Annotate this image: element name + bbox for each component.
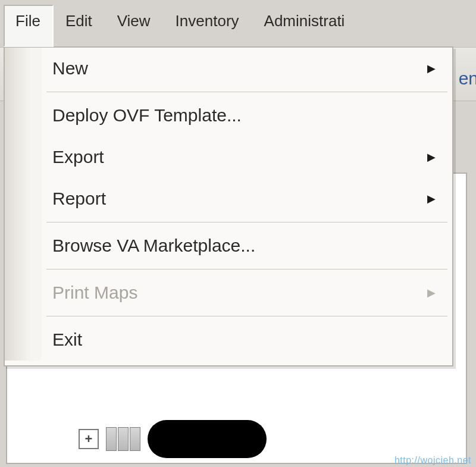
menu-separator bbox=[46, 222, 447, 222]
tree-toolbar: + bbox=[79, 420, 267, 458]
menu-item-label: Report bbox=[52, 189, 106, 209]
submenu-arrow-icon: ▶ bbox=[427, 192, 436, 205]
menu-item-label: Deploy OVF Template... bbox=[52, 105, 242, 126]
submenu-arrow-icon: ▶ bbox=[427, 62, 436, 75]
menu-item-label: Browse VA Marketplace... bbox=[52, 236, 255, 256]
submenu-arrow-icon: ▶ bbox=[427, 151, 436, 164]
dropdown-icon-gutter bbox=[5, 48, 42, 361]
submenu-arrow-icon: ▶ bbox=[427, 286, 436, 299]
menu-item-label: Export bbox=[52, 147, 104, 167]
menubar: File Edit View Inventory Administrati bbox=[0, 0, 476, 48]
menubar-item-file[interactable]: File bbox=[4, 5, 54, 47]
redacted-label bbox=[148, 420, 267, 458]
menu-item-browse-marketplace[interactable]: Browse VA Marketplace... bbox=[42, 225, 452, 267]
menu-separator bbox=[46, 316, 447, 316]
menubar-item-inventory[interactable]: Inventory bbox=[164, 5, 252, 47]
menu-item-export[interactable]: Export ▶ bbox=[42, 136, 452, 178]
menu-item-label: Exit bbox=[52, 330, 82, 350]
menu-item-exit[interactable]: Exit bbox=[42, 319, 452, 361]
menubar-item-administration[interactable]: Administrati bbox=[252, 5, 358, 47]
menu-item-new[interactable]: New ▶ bbox=[42, 48, 452, 89]
menu-separator bbox=[46, 269, 447, 269]
watermark-text: http://wojcieh.net bbox=[394, 455, 471, 466]
menu-item-label: Print Maps bbox=[52, 283, 137, 303]
menubar-item-view[interactable]: View bbox=[105, 5, 164, 47]
expand-icon[interactable]: + bbox=[79, 429, 99, 449]
servers-icon bbox=[106, 427, 140, 451]
partial-toolbar-text: en bbox=[459, 68, 476, 89]
menu-item-label: New bbox=[52, 58, 88, 79]
menubar-item-edit[interactable]: Edit bbox=[54, 5, 105, 47]
menu-separator bbox=[46, 92, 447, 92]
file-menu-dropdown: New ▶ Deploy OVF Template... Export ▶ Re… bbox=[4, 46, 453, 366]
menu-item-report[interactable]: Report ▶ bbox=[42, 178, 452, 220]
menu-item-deploy-ovf[interactable]: Deploy OVF Template... bbox=[42, 95, 452, 136]
menu-item-print-maps: Print Maps ▶ bbox=[42, 272, 452, 314]
